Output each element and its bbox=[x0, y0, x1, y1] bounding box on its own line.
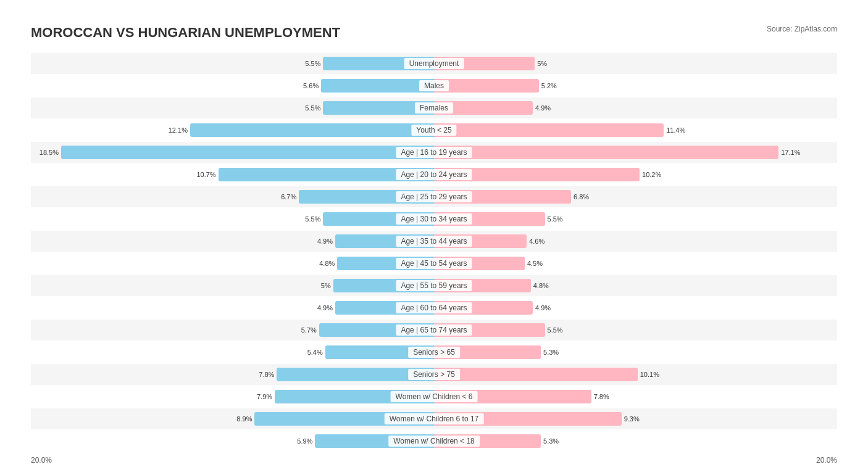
bar-value-right: 6.8% bbox=[574, 193, 589, 200]
left-section: 4.9% bbox=[31, 297, 434, 318]
bar-value-left: 5% bbox=[321, 282, 331, 289]
bar-center-label: Seniors > 75 bbox=[408, 369, 460, 380]
left-section: 4.9% bbox=[31, 231, 434, 252]
bar-center-label: Age | 60 to 64 years bbox=[396, 302, 472, 313]
left-section: 5.6% bbox=[31, 75, 434, 96]
chart-header: MOROCCAN VS HUNGARIAN UNEMPLOYMENT Sourc… bbox=[31, 25, 837, 41]
left-section: 6.7% bbox=[31, 186, 434, 207]
bar-value-right: 7.8% bbox=[594, 393, 609, 400]
bar-value-right: 5.5% bbox=[548, 326, 563, 334]
bars-wrapper: 7.8% Seniors > 75 10.1% bbox=[31, 364, 837, 385]
bar-value-left: 7.8% bbox=[259, 371, 274, 378]
bar-value-left: 8.9% bbox=[236, 415, 252, 423]
left-section: 12.1% bbox=[31, 120, 434, 141]
bar-value-right: 9.3% bbox=[624, 415, 640, 423]
bars-wrapper: 4.9% Age | 60 to 64 years 4.9% bbox=[31, 297, 837, 318]
chart-title: MOROCCAN VS HUNGARIAN UNEMPLOYMENT bbox=[31, 25, 340, 41]
right-section: 5% bbox=[434, 53, 837, 74]
bar-value-left: 4.8% bbox=[319, 260, 335, 267]
left-section: 18.5% bbox=[31, 142, 434, 163]
bar-center-label: Women w/ Children < 18 bbox=[388, 436, 480, 447]
bar-center-label: Age | 55 to 59 years bbox=[396, 280, 472, 291]
bar-center-label: Unemployment bbox=[404, 58, 464, 69]
bars-wrapper: 5% Age | 55 to 59 years 4.8% bbox=[31, 275, 837, 296]
bar-value-right: 4.9% bbox=[535, 104, 551, 112]
left-section: 5.4% bbox=[31, 342, 434, 363]
bar-value-left: 6.7% bbox=[281, 193, 296, 200]
bar-row: 7.8% Seniors > 75 10.1% bbox=[31, 364, 837, 385]
right-section: 10.1% bbox=[434, 364, 837, 385]
axis-label-right: 20.0% bbox=[816, 456, 837, 465]
bar-value-left: 5.7% bbox=[301, 326, 317, 334]
bar-value-right: 17.1% bbox=[781, 149, 800, 156]
bar-value-right: 5.3% bbox=[543, 349, 559, 356]
axis-labels: 20.0% 20.0% bbox=[31, 453, 837, 467]
bar-center-label: Age | 16 to 19 years bbox=[396, 147, 472, 158]
bar-row: 8.9% Women w/ Children 6 to 17 9.3% bbox=[31, 408, 837, 429]
bar-center-label: Age | 25 to 29 years bbox=[396, 191, 472, 202]
bar-hungarian bbox=[434, 79, 539, 93]
bar-row: 5% Age | 55 to 59 years 4.8% bbox=[31, 275, 837, 296]
left-section: 5.9% bbox=[31, 431, 434, 452]
right-section: 9.3% bbox=[434, 408, 837, 429]
bar-value-right: 10.2% bbox=[642, 171, 661, 178]
bar-center-label: Age | 20 to 24 years bbox=[396, 169, 472, 180]
bar-row: 4.9% Age | 35 to 44 years 4.6% bbox=[31, 231, 837, 252]
bar-center-label: Age | 45 to 54 years bbox=[396, 258, 472, 269]
bar-value-left: 4.9% bbox=[317, 238, 333, 245]
bar-row: 5.4% Seniors > 65 5.3% bbox=[31, 342, 837, 363]
left-section: 10.7% bbox=[31, 164, 434, 185]
bars-wrapper: 5.5% Unemployment 5% bbox=[31, 53, 837, 74]
bars-wrapper: 4.8% Age | 45 to 54 years 4.5% bbox=[31, 253, 837, 274]
bars-wrapper: 5.7% Age | 65 to 74 years 5.5% bbox=[31, 320, 837, 341]
bars-wrapper: 5.5% Females 4.9% bbox=[31, 97, 837, 118]
bars-wrapper: 5.6% Males 5.2% bbox=[31, 75, 837, 96]
bar-center-label: Age | 65 to 74 years bbox=[396, 324, 472, 336]
left-section: 5.5% bbox=[31, 209, 434, 229]
bar-value-left: 7.9% bbox=[257, 393, 272, 400]
right-section: 4.6% bbox=[434, 231, 837, 252]
bar-row: 5.5% Age | 30 to 34 years 5.5% bbox=[31, 209, 837, 229]
bar-center-label: Women w/ Children < 6 bbox=[391, 391, 478, 402]
chart-source: Source: ZipAtlas.com bbox=[767, 25, 837, 33]
bar-row: 5.5% Unemployment 5% bbox=[31, 53, 837, 74]
right-section: 7.8% bbox=[434, 386, 837, 407]
bar-value-right: 5.5% bbox=[548, 215, 563, 223]
bar-value-left: 5.6% bbox=[303, 82, 319, 89]
bar-row: 6.7% Age | 25 to 29 years 6.8% bbox=[31, 186, 837, 207]
bar-moroccan bbox=[61, 146, 434, 159]
bars-wrapper: 4.9% Age | 35 to 44 years 4.6% bbox=[31, 231, 837, 252]
bar-center-label: Youth < 25 bbox=[411, 125, 456, 136]
bar-center-label: Females bbox=[415, 102, 453, 114]
bars-wrapper: 5.9% Women w/ Children < 18 5.3% bbox=[31, 431, 837, 452]
left-section: 4.8% bbox=[31, 253, 434, 274]
bar-value-right: 11.4% bbox=[666, 126, 685, 134]
right-section: 10.2% bbox=[434, 164, 837, 185]
bar-row: 5.9% Women w/ Children < 18 5.3% bbox=[31, 431, 837, 452]
left-section: 5.5% bbox=[31, 53, 434, 74]
bar-row: 7.9% Women w/ Children < 6 7.8% bbox=[31, 386, 837, 407]
bars-wrapper: 12.1% Youth < 25 11.4% bbox=[31, 120, 837, 141]
bar-value-left: 5.9% bbox=[297, 437, 312, 445]
bars-container: 5.5% Unemployment 5% 5.6% Males 5.2% 5 bbox=[31, 53, 837, 452]
bar-value-left: 12.1% bbox=[169, 126, 188, 134]
bar-value-right: 10.1% bbox=[640, 371, 659, 378]
right-section: 4.5% bbox=[434, 253, 837, 274]
bar-value-right: 4.9% bbox=[535, 304, 551, 312]
bar-center-label: Age | 30 to 34 years bbox=[396, 213, 472, 225]
bars-wrapper: 5.5% Age | 30 to 34 years 5.5% bbox=[31, 209, 837, 229]
bar-value-right: 5.2% bbox=[541, 82, 557, 89]
bar-value-left: 4.9% bbox=[317, 304, 333, 312]
bars-wrapper: 6.7% Age | 25 to 29 years 6.8% bbox=[31, 186, 837, 207]
left-section: 8.9% bbox=[31, 408, 434, 429]
right-section: 5.5% bbox=[434, 209, 837, 229]
bar-value-left: 5.5% bbox=[305, 60, 320, 67]
right-section: 17.1% bbox=[434, 142, 837, 163]
bar-hungarian bbox=[434, 368, 638, 381]
left-section: 5% bbox=[31, 275, 434, 296]
bar-row: 4.9% Age | 60 to 64 years 4.9% bbox=[31, 297, 837, 318]
right-section: 5.2% bbox=[434, 75, 837, 96]
left-section: 5.5% bbox=[31, 97, 434, 118]
bar-row: 5.6% Males 5.2% bbox=[31, 75, 837, 96]
bars-wrapper: 8.9% Women w/ Children 6 to 17 9.3% bbox=[31, 408, 837, 429]
